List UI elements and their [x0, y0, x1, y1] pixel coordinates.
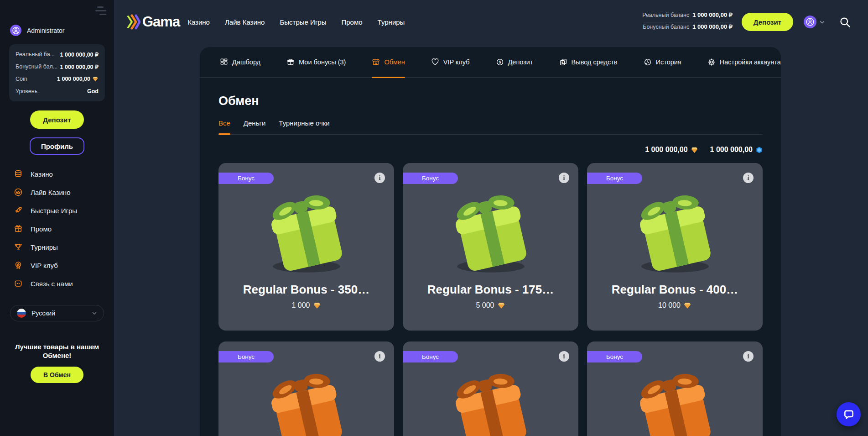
bonus-card[interactable]: Бонус i Regular Bonus - 350… 1 000	[218, 163, 394, 331]
account-panel: Дашборд Мои бонусы (3) Обмен VIP клуб $ …	[200, 47, 781, 436]
top-nav-live-casino[interactable]: Лайв Казино	[225, 18, 265, 26]
real-balance-label: Реальный баланс	[642, 12, 689, 18]
gift-box-image	[260, 185, 353, 274]
contact-chat-icon	[14, 279, 23, 288]
bonus-card[interactable]: Бонус i	[403, 341, 578, 436]
tab-vip-club[interactable]: VIP клуб	[431, 47, 470, 77]
promo-gift-icon	[14, 224, 23, 233]
gift-box-image	[444, 185, 537, 274]
bonus-badge: Бонус	[587, 351, 642, 362]
real-balance-value: 1 000 000,00 ₽	[692, 11, 733, 18]
gift-icon	[286, 58, 295, 66]
bonus-badge: Бонус	[218, 173, 274, 184]
bonus-badge: Бонус	[403, 351, 458, 362]
bonus-card[interactable]: Бонус i Regular Bonus - 175… 5 000	[403, 163, 578, 331]
filter-tournament-points[interactable]: Турнирные очки	[279, 119, 329, 134]
wallet-points: 1 000 000,00	[710, 146, 763, 154]
sidebar-user[interactable]: Administrator	[10, 25, 104, 36]
gama-logo[interactable]: Gama	[127, 14, 180, 30]
balance-stats-card: Реальный ба... 1 000 000,00 ₽ Бонусный б…	[9, 44, 105, 101]
top-nav-fast-games[interactable]: Быстрые Игры	[280, 18, 326, 26]
chat-bubble-icon	[843, 409, 855, 420]
bonus-price: 1 000	[218, 301, 394, 310]
account-avatar	[804, 16, 816, 28]
sidebar-toggle-hamburger-icon[interactable]	[95, 6, 106, 15]
sidebar-promo-text: Лучшие товары в нашем Обмене!	[13, 342, 102, 360]
tab-dashboard[interactable]: Дашборд	[220, 47, 260, 77]
top-nav: Казино Лайв Казино Быстрые Игры Промо Ту…	[187, 18, 405, 26]
svg-text:$: $	[499, 60, 501, 64]
user-name: Administrator	[27, 27, 64, 34]
settings-gear-icon	[707, 58, 716, 66]
person-icon	[12, 26, 20, 35]
balance-divider	[646, 22, 733, 22]
info-icon[interactable]: i	[374, 351, 385, 362]
top-nav-tournaments[interactable]: Турниры	[378, 18, 405, 26]
chevron-down-icon	[92, 310, 97, 316]
info-icon[interactable]: i	[743, 173, 754, 183]
sidebar-nav: Казино Лайв Казино Быстрые Игры Промо Ту…	[0, 165, 114, 293]
language-label: Русский	[31, 310, 86, 317]
search-button[interactable]	[839, 16, 851, 28]
bonus-card[interactable]: Бонус i Regular Bonus - 400… 10 000	[587, 163, 763, 331]
history-icon	[644, 58, 652, 66]
shop-wallet: 1 000 000,00 1 000 000,00	[200, 146, 763, 154]
bonus-title: Regular Bonus - 400…	[587, 283, 763, 297]
sidebar-item-tournaments[interactable]: Турниры	[0, 238, 114, 256]
dashboard-icon	[220, 58, 228, 66]
tab-deposit[interactable]: $ Депозит	[496, 47, 533, 77]
shop-icon	[372, 58, 380, 66]
account-tabbar: Дашборд Мои бонусы (3) Обмен VIP клуб $ …	[200, 47, 781, 78]
info-icon[interactable]: i	[743, 351, 754, 362]
bonus-balance-label: Бонусный баланс	[643, 24, 689, 30]
gama-logo-icon	[127, 14, 140, 30]
brand-wordmark: Gama	[142, 14, 180, 30]
top-nav-casino[interactable]: Казино	[187, 18, 210, 26]
casino-chips-icon	[14, 169, 23, 179]
wallet-coins: 1 000 000,00	[645, 146, 698, 154]
gift-box-image	[628, 363, 722, 436]
tab-history[interactable]: История	[644, 47, 681, 77]
sidebar-item-live-casino[interactable]: Лайв Казино	[0, 183, 114, 201]
go-to-shop-button[interactable]: В Обмен	[31, 367, 83, 383]
bonus-title: Regular Bonus - 175…	[403, 283, 578, 297]
info-icon[interactable]: i	[374, 173, 385, 183]
top-nav-promo[interactable]: Промо	[341, 18, 362, 26]
sidebar-item-vip-club[interactable]: VIP клуб	[0, 256, 114, 274]
filter-money[interactable]: Деньги	[244, 119, 265, 134]
tab-my-bonuses[interactable]: Мои бонусы (3)	[286, 47, 346, 77]
sidebar-item-casino[interactable]: Казино	[0, 165, 114, 183]
person-icon	[806, 17, 815, 26]
sidebar-item-promo[interactable]: Промо	[0, 220, 114, 238]
sidebar-profile-button[interactable]: Профиль	[30, 137, 84, 155]
filter-all[interactable]: Все	[218, 119, 230, 134]
bonus-card[interactable]: Бонус i	[587, 341, 763, 436]
live-casino-icon	[14, 188, 23, 197]
search-icon	[839, 16, 851, 28]
info-icon[interactable]: i	[559, 351, 569, 362]
bonus-title: Regular Bonus - 350…	[218, 283, 394, 297]
sidebar-deposit-button[interactable]: Депозит	[30, 110, 84, 129]
tab-withdraw[interactable]: $ Вывод средств	[559, 47, 618, 77]
info-icon[interactable]: i	[559, 173, 569, 183]
bonus-price: 10 000	[587, 301, 763, 310]
gift-box-image	[260, 363, 353, 436]
account-menu[interactable]	[804, 16, 825, 28]
gift-box-image	[444, 363, 537, 436]
sidebar-item-fast-games[interactable]: Быстрые Игры	[0, 201, 114, 220]
svg-text:$: $	[561, 61, 563, 65]
live-chat-button[interactable]	[837, 402, 861, 426]
header-deposit-button[interactable]: Депозит	[742, 13, 793, 31]
header-balances: Реальный баланс 1 000 000,00 ₽ Бонусный …	[642, 11, 733, 33]
sidebar-item-contact[interactable]: Связь с нами	[0, 274, 114, 293]
language-selector[interactable]: Русский	[10, 305, 104, 321]
bonus-badge: Бонус	[587, 173, 642, 184]
bonus-card[interactable]: Бонус i	[218, 341, 394, 436]
tab-account-settings[interactable]: Настройки аккаунта	[707, 47, 781, 77]
stat-coin: Coin 1 000 000,00	[16, 75, 99, 83]
stat-level: Уровень God	[16, 87, 99, 95]
orange-gem-icon	[497, 301, 505, 310]
tab-shop[interactable]: Обмен	[372, 47, 405, 77]
bonus-badge: Бонус	[403, 173, 458, 184]
bonus-price: 5 000	[403, 301, 578, 310]
